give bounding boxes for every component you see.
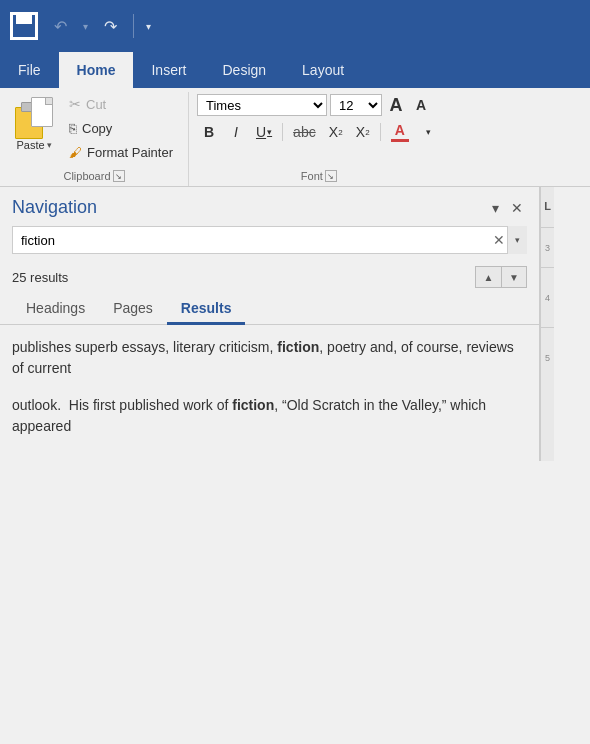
font-color-dropdown-button[interactable]: ▾ [417,120,441,144]
font-label-text: Font [301,170,323,182]
title-bar: ↶ ▾ ↷ ▾ [0,0,590,52]
ruler-area: L 3 4 5 [540,187,554,461]
navigation-panel: Navigation ▾ ✕ ✕ ▾ 25 results ▲ ▼ Headin… [0,187,540,461]
nav-dropdown-button[interactable]: ▾ [488,198,503,218]
font-controls: Times 12 A A B I U ▾ abc X2 [197,92,441,146]
ribbon-tabs: File Home Insert Design Layout [0,52,590,88]
bold-button[interactable]: B [197,120,221,144]
search-clear-button[interactable]: ✕ [493,232,505,248]
paste-dropdown-arrow: ▾ [47,140,52,150]
svg-rect-2 [16,26,32,35]
font-color-bar [391,139,409,142]
superscript-button[interactable]: X2 [351,120,375,144]
font-group: Times 12 A A B I U ▾ abc X2 [189,92,449,186]
format-painter-button[interactable]: 🖌 Format Painter [62,141,180,164]
font-grow-button[interactable]: A [385,94,407,116]
search-box-wrapper: ✕ ▾ [12,226,527,254]
ruler-4: 4 [541,267,554,327]
clipboard-group-label: Clipboard ↘ [8,168,180,186]
clipboard-group: Paste ▾ ✂ Cut ⎘ Copy 🖌 Format Painter [0,92,189,186]
ruler-mark-l: L [544,191,551,221]
tab-design[interactable]: Design [204,52,284,88]
undo-button[interactable]: ↶ [48,13,73,40]
paste-button[interactable]: Paste ▾ [8,92,60,156]
result-1-text-before: publishes superb essays, literary critic… [12,339,277,355]
copy-icon: ⎘ [69,121,77,136]
results-content: publishes superb essays, literary critic… [0,329,539,461]
clipboard-label-text: Clipboard [63,170,110,182]
nav-title: Navigation [12,197,97,218]
ribbon: Paste ▾ ✂ Cut ⎘ Copy 🖌 Format Painter [0,88,590,187]
main-area: Navigation ▾ ✕ ✕ ▾ 25 results ▲ ▼ Headin… [0,187,590,461]
cut-label: Cut [86,97,106,112]
ruler-3: 3 [541,227,554,267]
nav-close-button[interactable]: ✕ [507,198,527,218]
svg-rect-3 [19,28,29,34]
format-painter-icon: 🖌 [69,145,82,160]
result-item-2[interactable]: outlook. His first published work of fic… [12,395,527,437]
nav-header: Navigation ▾ ✕ [0,187,539,226]
font-row-1: Times 12 A A [197,94,441,116]
svg-rect-0 [13,15,35,37]
result-2-text-before: outlook. His first published work of [12,397,232,413]
paste-text: Paste [16,139,44,151]
font-expand-button[interactable]: ↘ [325,170,337,182]
tab-pages[interactable]: Pages [99,294,167,325]
cut-button[interactable]: ✂ Cut [62,92,180,116]
italic-button[interactable]: I [224,120,248,144]
font-color-letter: A [395,122,405,138]
tab-results[interactable]: Results [167,294,246,325]
results-nav: ▲ ▼ [475,266,527,288]
ruler-5: 5 [541,327,554,387]
save-icon [10,12,38,40]
result-2-highlight: fiction [232,397,274,413]
font-group-label: Font ↘ [197,168,441,186]
nav-tabs: Headings Pages Results [0,294,539,325]
clipboard-expand-button[interactable]: ↘ [113,170,125,182]
subscript-button[interactable]: X2 [324,120,348,144]
redo-button[interactable]: ↷ [98,13,123,40]
tab-insert[interactable]: Insert [133,52,204,88]
search-input[interactable] [12,226,527,254]
save-icon-wrapper [8,10,40,42]
paste-doc-icon [31,97,53,127]
font-group-content: Times 12 A A B I U ▾ abc X2 [197,92,441,168]
result-item-1[interactable]: publishes superb essays, literary critic… [12,337,527,379]
copy-button[interactable]: ⎘ Copy [62,117,180,140]
results-prev-button[interactable]: ▲ [475,266,501,288]
clipboard-group-content: Paste ▾ ✂ Cut ⎘ Copy 🖌 Format Painter [8,92,180,168]
fmt-separator-2 [380,123,381,141]
results-row: 25 results ▲ ▼ [0,262,539,294]
font-color-button[interactable]: A [386,120,414,144]
underline-button[interactable]: U ▾ [251,120,277,144]
font-name-select[interactable]: Times [197,94,327,116]
copy-label: Copy [82,121,112,136]
svg-rect-1 [18,15,26,23]
font-size-select[interactable]: 12 [330,94,382,116]
search-dropdown-button[interactable]: ▾ [507,226,527,254]
paste-icon [15,97,53,139]
cut-icon: ✂ [69,96,81,112]
tab-file[interactable]: File [0,52,59,88]
title-separator [133,14,134,38]
result-1-highlight: fiction [277,339,319,355]
font-row-2: B I U ▾ abc X2 X2 A ▾ [197,120,441,144]
nav-header-buttons: ▾ ✕ [488,198,527,218]
fmt-separator [282,123,283,141]
results-next-button[interactable]: ▼ [501,266,527,288]
results-count: 25 results [12,270,68,285]
paste-label: Paste ▾ [16,139,51,151]
tab-headings[interactable]: Headings [12,294,99,325]
strikethrough-button[interactable]: abc [288,120,321,144]
clipboard-small-buttons: ✂ Cut ⎘ Copy 🖌 Format Painter [62,92,180,164]
customize-quick-access-button[interactable]: ▾ [144,17,153,36]
format-painter-label: Format Painter [87,145,173,160]
ruler-marks: 3 4 5 [541,223,554,461]
font-shrink-button[interactable]: A [410,94,432,116]
undo-dropdown-button[interactable]: ▾ [81,17,90,36]
tab-home[interactable]: Home [59,52,134,88]
tab-layout[interactable]: Layout [284,52,362,88]
